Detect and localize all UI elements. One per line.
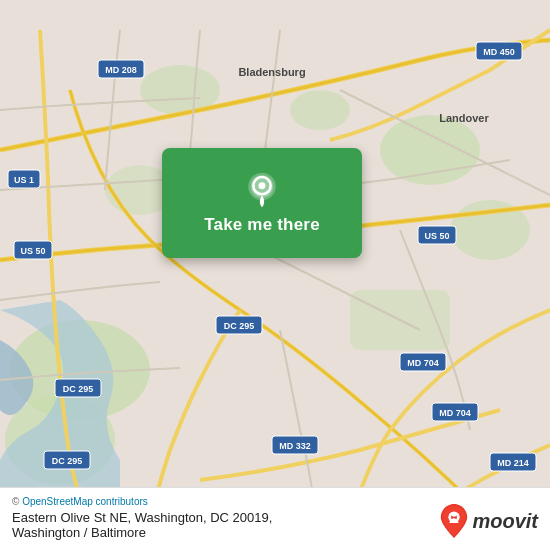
location-pin-icon — [243, 171, 281, 209]
svg-point-41 — [452, 512, 457, 517]
svg-text:US 50: US 50 — [424, 231, 449, 241]
svg-text:MD 214: MD 214 — [497, 458, 529, 468]
osm-link[interactable]: OpenStreetMap contributors — [22, 496, 148, 507]
copyright-symbol: © — [12, 496, 19, 507]
moovit-pin-icon — [440, 504, 468, 538]
svg-text:MD 704: MD 704 — [407, 358, 439, 368]
map-container: MD 450 MD 208 US 1 US 50 US 50 DC 295 DC… — [0, 0, 550, 550]
svg-text:MD 450: MD 450 — [483, 47, 515, 57]
cta-card[interactable]: Take me there — [162, 148, 362, 258]
svg-text:Landover: Landover — [439, 112, 489, 124]
svg-point-5 — [380, 115, 480, 185]
moovit-text: moovit — [472, 510, 538, 533]
svg-text:DC 295: DC 295 — [224, 321, 255, 331]
svg-text:DC 295: DC 295 — [63, 384, 94, 394]
info-bar: © OpenStreetMap contributors Eastern Oli… — [0, 487, 550, 550]
map-background: MD 450 MD 208 US 1 US 50 US 50 DC 295 DC… — [0, 0, 550, 550]
svg-text:DC 295: DC 295 — [52, 456, 83, 466]
cta-button-label: Take me there — [204, 215, 320, 235]
svg-point-4 — [290, 90, 350, 130]
svg-point-38 — [259, 182, 266, 189]
svg-text:MD 208: MD 208 — [105, 65, 137, 75]
svg-text:MD 332: MD 332 — [279, 441, 311, 451]
svg-text:US 50: US 50 — [20, 246, 45, 256]
moovit-logo: moovit — [440, 504, 538, 538]
svg-text:MD 704: MD 704 — [439, 408, 471, 418]
svg-text:US 1: US 1 — [14, 175, 34, 185]
svg-text:Bladensburg: Bladensburg — [238, 66, 305, 78]
